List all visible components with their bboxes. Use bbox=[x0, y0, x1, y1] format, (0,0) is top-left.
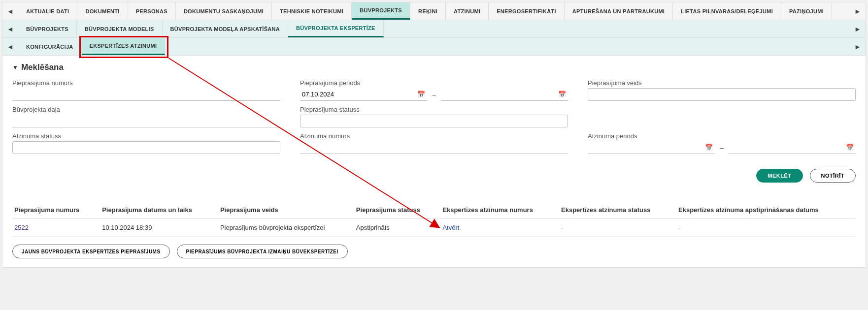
th-request-type[interactable]: Pieprasījuma veids bbox=[218, 202, 354, 219]
calendar-icon[interactable]: 📅 bbox=[417, 91, 427, 98]
tab-tehniskie-noteikumi[interactable]: Tehniskie noteikumi bbox=[272, 2, 352, 20]
link-open-opinion[interactable]: Atvērt bbox=[442, 224, 459, 231]
results-table: Pieprasījuma numurs Pieprasījuma datums … bbox=[12, 202, 856, 237]
input-opinion-status[interactable] bbox=[12, 141, 280, 154]
tab-konfiguracija[interactable]: Konfigurācija bbox=[18, 38, 82, 55]
calendar-icon[interactable]: 📅 bbox=[705, 144, 715, 151]
input-opinion-period-from[interactable] bbox=[588, 144, 705, 151]
link-request-number[interactable]: 2522 bbox=[14, 224, 29, 231]
tabs-level1: ◄ Aktuālie dati Dokumenti Personas Dokum… bbox=[2, 2, 866, 20]
tab-ekspertizes-atzinumi[interactable]: Ekspertīzes atzinumi bbox=[82, 38, 166, 55]
tab-rekini[interactable]: Rēķini bbox=[410, 2, 446, 20]
label-request-number: Pieprasījuma numurs bbox=[12, 79, 280, 87]
label-request-type: Pieprasījuma veids bbox=[588, 79, 856, 87]
th-opinion-number[interactable]: Ekspertīzes atzinuma numurs bbox=[440, 202, 559, 219]
tab-sub-ekspertize[interactable]: Būvprojekta ekspertīze bbox=[288, 20, 384, 37]
cell-opinion-status: - bbox=[559, 219, 676, 237]
tab-sub-buvprojekts[interactable]: Būvprojekts bbox=[18, 20, 77, 37]
label-opinion-status: Atzinuma statuss bbox=[12, 132, 280, 140]
tab-apturesana[interactable]: Apturēšana un pārtraukumi bbox=[565, 2, 673, 20]
cell-type: Pieprasījums būvprojekta ekspertīzei bbox=[218, 219, 354, 237]
label-opinion-period: Atzinuma periods bbox=[588, 132, 856, 140]
cell-status: Apstiprināts bbox=[354, 219, 441, 237]
cell-opinion-date: - bbox=[676, 219, 856, 237]
input-request-status[interactable] bbox=[300, 115, 568, 127]
label-request-status: Pieprasījuma statuss bbox=[300, 106, 568, 113]
input-request-period-to[interactable] bbox=[441, 91, 558, 98]
tabs-level2: ◄ Būvprojekts Būvprojekta modelis Būvpro… bbox=[2, 20, 866, 38]
section-toggle-meklesana[interactable]: ▼ Meklēšana bbox=[12, 62, 856, 72]
new-request-button[interactable]: Jauns būvprojekta ekspertīzes pieprasīju… bbox=[12, 245, 170, 258]
clear-button[interactable]: Notīrīt bbox=[810, 169, 856, 183]
range-dash: – bbox=[432, 91, 435, 98]
table-row: 2522 10.10.2024 18:39 Pieprasījums būvpr… bbox=[12, 219, 856, 237]
search-button[interactable]: Meklēt bbox=[756, 169, 802, 183]
calendar-icon[interactable]: 📅 bbox=[558, 91, 568, 98]
filter-grid: Pieprasījuma numurs Pieprasījuma periods… bbox=[12, 79, 856, 154]
label-request-period: Pieprasījuma periods bbox=[300, 79, 568, 87]
input-request-period-from[interactable] bbox=[300, 91, 417, 98]
th-request-datetime[interactable]: Pieprasījuma datums un laiks bbox=[100, 202, 218, 219]
tab-dokumenti[interactable]: Dokumenti bbox=[77, 2, 128, 20]
input-request-number[interactable] bbox=[12, 88, 280, 101]
tab-pilnvaras[interactable]: Lietas pilnvaras/deleģējumi bbox=[673, 2, 781, 20]
tab-sub-modela-apskatisana[interactable]: Būvprojekta modeļa apskatīšana bbox=[163, 20, 289, 37]
tab-dokumentu-saskanojumi[interactable]: Dokumentu saskaņojumi bbox=[176, 2, 272, 20]
input-request-type[interactable] bbox=[588, 88, 856, 101]
scroll-right-icon[interactable]: ► bbox=[850, 2, 866, 20]
section-title-text: Meklēšana bbox=[21, 62, 64, 72]
tab-atzinumi[interactable]: Atzinumi bbox=[446, 2, 489, 20]
tab-energosertifikati[interactable]: Energosertifikāti bbox=[489, 2, 565, 20]
tab-personas[interactable]: Personas bbox=[128, 2, 176, 20]
changes-request-button[interactable]: Pieprasījums būvprojekta izmaiņu būveksp… bbox=[177, 245, 348, 258]
caret-down-icon: ▼ bbox=[12, 64, 18, 71]
scroll-left-icon[interactable]: ◄ bbox=[2, 20, 18, 37]
th-request-number[interactable]: Pieprasījuma numurs bbox=[12, 202, 100, 219]
th-opinion-date[interactable]: Ekspertīzes atzinuma apstiprināšanas dat… bbox=[676, 202, 856, 219]
calendar-icon[interactable]: 📅 bbox=[846, 144, 856, 151]
input-opinion-number[interactable] bbox=[300, 141, 568, 154]
label-opinion-number: Atzinuma numurs bbox=[300, 132, 568, 140]
scroll-right-icon[interactable]: ► bbox=[850, 38, 866, 55]
tab-pazinojumi[interactable]: Paziņojumi bbox=[781, 2, 832, 20]
tab-buvprojekts[interactable]: Būvprojekts bbox=[352, 2, 410, 20]
tab-aktualie-dati[interactable]: Aktuālie dati bbox=[18, 2, 77, 20]
input-opinion-period-to[interactable] bbox=[729, 144, 846, 151]
label-project-part: Būvprojekta daļa bbox=[12, 106, 280, 113]
scroll-right-icon[interactable]: ► bbox=[850, 20, 866, 37]
input-project-part[interactable] bbox=[12, 115, 280, 127]
cell-datetime: 10.10.2024 18:39 bbox=[100, 219, 218, 237]
scroll-left-icon[interactable]: ◄ bbox=[2, 2, 18, 20]
th-opinion-status[interactable]: Ekspertīzes atzinuma statuss bbox=[559, 202, 676, 219]
tabs-level3: ◄ Konfigurācija Ekspertīzes atzinumi ► bbox=[2, 38, 866, 56]
range-dash: – bbox=[720, 144, 723, 152]
tab-sub-modelis[interactable]: Būvprojekta modelis bbox=[77, 20, 163, 37]
scroll-left-icon[interactable]: ◄ bbox=[2, 38, 18, 55]
th-request-status[interactable]: Pieprasījuma statuss bbox=[354, 202, 441, 219]
